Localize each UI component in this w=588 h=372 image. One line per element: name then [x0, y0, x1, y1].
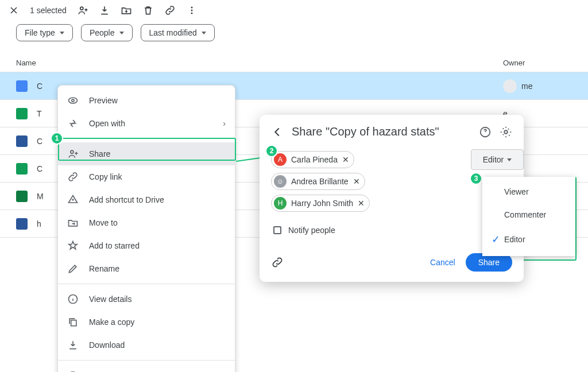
- settings-icon[interactable]: [500, 126, 512, 138]
- svg-point-1: [191, 7, 192, 9]
- context-menu: Preview Open with› Share Copy link Add s…: [57, 85, 235, 372]
- remove-chip-button[interactable]: ✕: [353, 177, 360, 186]
- word-file-icon: [16, 135, 28, 147]
- menu-copy-link[interactable]: Copy link: [58, 165, 235, 188]
- annotation-marker: 3: [470, 172, 482, 185]
- chevron-right-icon: ›: [223, 119, 226, 128]
- filter-filetype[interactable]: File type: [16, 24, 73, 41]
- role-dropdown-trigger[interactable]: Editor: [471, 149, 524, 170]
- role-option-commenter[interactable]: Commenter: [482, 203, 575, 226]
- excel-file-icon: [16, 191, 28, 202]
- avatar: H: [274, 197, 287, 210]
- back-arrow-button[interactable]: [271, 126, 284, 138]
- more-icon[interactable]: [186, 5, 198, 16]
- notify-label: Notify people: [288, 226, 335, 235]
- sheets-file-icon: [16, 108, 28, 119]
- filter-people-label: People: [90, 28, 115, 37]
- chevron-down-icon: [60, 32, 64, 34]
- svg-point-10: [504, 130, 508, 134]
- download-icon[interactable]: [99, 5, 110, 16]
- svg-rect-8: [71, 320, 76, 326]
- word-file-icon: [16, 218, 28, 230]
- annotation-marker: 2: [265, 145, 278, 157]
- menu-view-details[interactable]: View details: [58, 288, 235, 311]
- filter-people[interactable]: People: [81, 24, 133, 41]
- trash-icon[interactable]: [142, 5, 154, 16]
- share-people-icon[interactable]: [77, 5, 88, 16]
- sheets-file-icon: [16, 163, 28, 175]
- menu-make-copy[interactable]: Make a copy: [58, 311, 235, 334]
- menu-share[interactable]: Share: [58, 142, 235, 165]
- role-option-viewer[interactable]: Viewer: [482, 180, 575, 203]
- menu-add-shortcut[interactable]: Add shortcut to Drive: [58, 188, 235, 211]
- menu-download[interactable]: Download: [58, 334, 235, 356]
- close-selection-button[interactable]: [8, 5, 20, 16]
- remove-chip-button[interactable]: ✕: [358, 199, 365, 208]
- person-chip[interactable]: ACarla Pineda✕: [271, 151, 354, 168]
- cancel-button[interactable]: Cancel: [423, 253, 462, 272]
- annotation-marker: 1: [51, 132, 63, 145]
- dialog-title: Share "Copy of hazard stats": [292, 125, 471, 138]
- column-name[interactable]: Name: [16, 59, 503, 67]
- avatar: ☺: [274, 175, 287, 188]
- avatar: [503, 79, 517, 93]
- menu-open-with[interactable]: Open with›: [58, 112, 235, 135]
- svg-point-6: [71, 150, 74, 153]
- docs-file-icon: [16, 80, 28, 92]
- chevron-down-icon: [119, 32, 124, 34]
- svg-point-3: [191, 13, 192, 14]
- menu-rename[interactable]: Rename: [58, 257, 235, 280]
- role-dropdown: Viewer Commenter ✓Editor: [482, 177, 575, 256]
- selection-count: 1 selected: [30, 6, 67, 15]
- check-icon: ✓: [492, 233, 504, 246]
- filter-lastmodified[interactable]: Last modified: [141, 24, 215, 41]
- file-name: C: [37, 82, 42, 91]
- chevron-down-icon: [202, 32, 206, 34]
- remove-chip-button[interactable]: ✕: [342, 155, 349, 164]
- filter-filetype-label: File type: [25, 28, 55, 37]
- column-owner[interactable]: Owner: [503, 59, 572, 67]
- copy-link-button[interactable]: [271, 256, 284, 269]
- svg-point-2: [191, 10, 192, 11]
- person-chip[interactable]: ☺Andrea Brillante✕: [271, 173, 365, 190]
- menu-add-starred[interactable]: Add to starred: [58, 234, 235, 257]
- filter-lastmodified-label: Last modified: [149, 28, 197, 37]
- svg-point-5: [72, 99, 74, 102]
- help-icon[interactable]: [479, 126, 492, 138]
- menu-move-to[interactable]: Move to: [58, 211, 235, 234]
- menu-remove[interactable]: Remove: [58, 364, 235, 372]
- move-folder-icon[interactable]: [121, 5, 132, 16]
- role-option-editor[interactable]: ✓Editor: [482, 226, 575, 253]
- person-chip[interactable]: HHarry John Smith✕: [271, 195, 370, 212]
- svg-point-4: [69, 98, 78, 103]
- svg-point-0: [80, 7, 83, 10]
- menu-preview[interactable]: Preview: [58, 89, 235, 112]
- owner-cell: me: [503, 79, 572, 93]
- link-icon[interactable]: [164, 5, 176, 16]
- chevron-down-icon: [507, 158, 512, 161]
- notify-checkbox[interactable]: [273, 226, 281, 234]
